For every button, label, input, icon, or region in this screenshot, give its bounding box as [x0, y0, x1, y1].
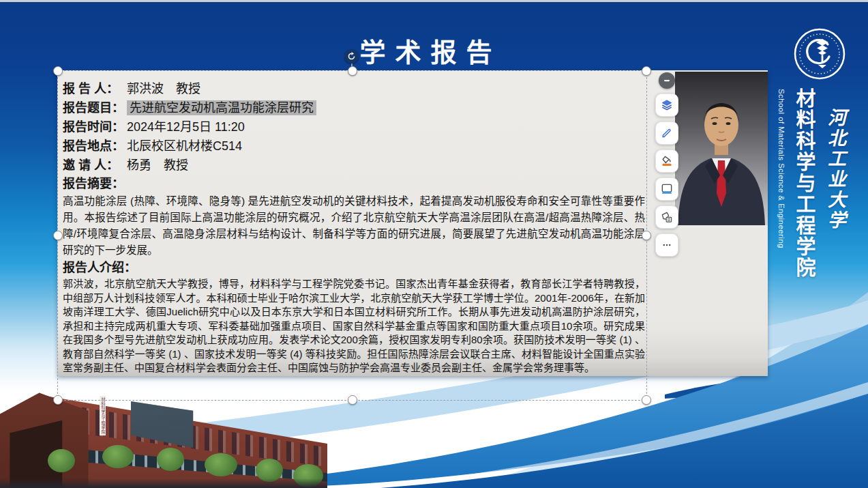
brush-icon: [660, 126, 674, 140]
university-name-calligraphy: 河北工业大学: [822, 108, 849, 248]
field-label: 报告时间：: [63, 117, 124, 137]
ground-shadow: [0, 478, 327, 488]
field-value: 北辰校区机材楼C514: [127, 139, 242, 153]
paint-bucket-icon: [660, 154, 674, 168]
rotate-handle[interactable]: [344, 49, 359, 63]
field-value-highlighted: 先进航空发动机高温功能涂层研究: [127, 100, 316, 115]
field-value: 杨勇 教授: [127, 158, 188, 172]
bio-text: 郭洪波，北京航空航天大学教授，博导，材料科学与工程学院党委书记。国家杰出青年基金…: [63, 277, 645, 375]
page-title[interactable]: 学术报告: [0, 31, 861, 69]
layers-button[interactable]: [655, 94, 678, 117]
field-location: 报告地点：北辰校区机材楼C514: [63, 137, 645, 156]
resize-handle-bottom-center[interactable]: [348, 395, 357, 405]
resize-handle-top-right[interactable]: [642, 66, 651, 76]
presentation-slide: 材料科学与工程学院 学术报告 School of Materials Scien…: [0, 0, 868, 488]
field-value: 郭洪波 教授: [127, 82, 200, 96]
field-speaker: 报 告 人：郭洪波 教授: [63, 79, 645, 98]
resize-handle-bottom-right[interactable]: [642, 395, 651, 405]
floating-toolbar: [655, 72, 678, 257]
tree: [157, 448, 184, 471]
collapse-toolbar-button[interactable]: [659, 72, 675, 89]
resize-handle-top-left[interactable]: [53, 66, 63, 76]
field-label: 报告题目：: [63, 98, 124, 117]
school-emblem-icon: [792, 27, 847, 81]
ellipsis-icon: [660, 238, 674, 252]
resize-handle-bottom-left[interactable]: [53, 395, 63, 405]
tree: [205, 453, 237, 476]
field-value: 2024年12月5日 11:20: [127, 120, 245, 134]
outline-frame-button[interactable]: [655, 177, 678, 201]
field-label: 邀 请 人：: [63, 156, 124, 175]
school-name-chinese: 材料科学与工程学院: [790, 88, 818, 283]
report-textbox[interactable]: 报 告 人：郭洪波 教授 报告题目：先进航空发动机高温功能涂层研究 报告时间：2…: [63, 79, 645, 375]
school-name-english: School of Materials Science & Engineerin…: [777, 89, 785, 291]
bio-heading: 报告人介绍：: [63, 259, 645, 277]
resize-handle-mid-left[interactable]: [53, 231, 63, 240]
tree: [102, 445, 134, 468]
field-label: 报 告 人：: [63, 79, 124, 98]
shape-text-button[interactable]: [655, 205, 678, 229]
tree: [48, 449, 75, 472]
shape-note-icon: [660, 210, 674, 224]
field-time: 报告时间：2024年12月5日 11:20: [63, 117, 645, 137]
brush-style-button[interactable]: [655, 121, 678, 145]
field-topic: 报告题目：先进航空发动机高温功能涂层研究: [63, 98, 645, 117]
window-top-edge: [0, 0, 868, 2]
resize-handle-top-center[interactable]: [348, 66, 357, 76]
frame-icon: [660, 182, 674, 196]
field-label: 报告地点：: [63, 137, 124, 156]
minus-icon: [663, 76, 671, 85]
speaker-portrait[interactable]: [675, 72, 768, 225]
fill-color-button[interactable]: [655, 149, 678, 173]
field-inviter: 邀 请 人：杨勇 教授: [63, 156, 645, 175]
campus-building-photo: 材料科学与工程学院: [0, 382, 327, 488]
layers-icon: [660, 98, 674, 112]
resize-handle-mid-right[interactable]: [642, 231, 651, 240]
abstract-heading: 报告摘要：: [63, 175, 645, 193]
more-options-button[interactable]: [655, 233, 678, 257]
abstract-text: 高温功能涂层 (热障、环境障、隐身等) 是先进航空发动机的关键材料技术，起着提高…: [63, 193, 645, 259]
building-sign: 材料科学与工程学院: [100, 396, 106, 435]
